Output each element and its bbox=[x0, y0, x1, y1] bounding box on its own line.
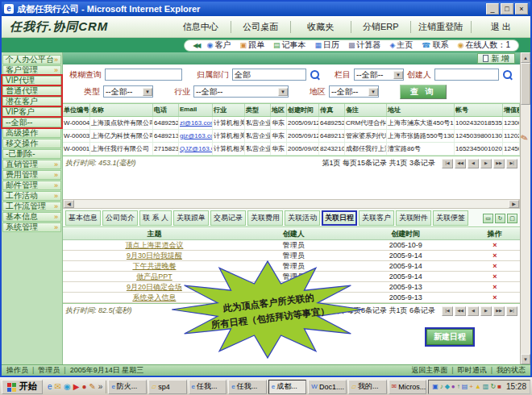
column-header[interactable]: 地址 bbox=[387, 104, 455, 116]
toolbar-item[interactable]: ◉ 客户 bbox=[207, 40, 231, 51]
pager-button[interactable]: ◀◀ bbox=[455, 306, 466, 316]
minimize-button[interactable]: _ bbox=[486, 3, 499, 15]
pager-button[interactable]: ▶| bbox=[506, 306, 517, 316]
network-icon[interactable]: ▤ bbox=[462, 384, 468, 390]
toolbar-item[interactable]: ▩ 计算器 bbox=[348, 40, 381, 51]
delete-icon[interactable]: × bbox=[470, 293, 520, 302]
email-link[interactable]: zl@163.com bbox=[179, 117, 213, 129]
schedule-link[interactable]: 做产品PPT bbox=[63, 272, 246, 281]
sidebar-item[interactable]: 移交操作 bbox=[2, 139, 61, 148]
add-new-button[interactable]: 新 增 bbox=[477, 53, 515, 64]
column-header[interactable]: Email bbox=[179, 104, 213, 116]
taskbar-task[interactable]: e 任我... bbox=[228, 380, 267, 394]
search-icon[interactable] bbox=[502, 69, 513, 80]
pager-button[interactable]: ◀ bbox=[468, 306, 479, 316]
sidebar-item[interactable]: --全部-- bbox=[2, 118, 61, 127]
creator-input[interactable] bbox=[434, 69, 499, 81]
schedule-link[interactable]: 9月20日确定会场 bbox=[63, 282, 246, 292]
nav-item[interactable]: 收藏夹 bbox=[291, 21, 351, 33]
maximize-button[interactable]: □ bbox=[501, 3, 513, 15]
scroll-down-icon[interactable]: ▼ bbox=[521, 354, 530, 364]
column-header[interactable]: 单位编号 bbox=[63, 104, 90, 116]
minimize-panel-icon[interactable]: ▭ bbox=[483, 214, 493, 223]
im-icon[interactable]: ● bbox=[451, 384, 455, 390]
column-select[interactable]: --全部-- ▼ bbox=[354, 69, 404, 81]
email-link[interactable]: gjz@163.com bbox=[179, 130, 213, 142]
nav-item[interactable]: 退 出 bbox=[472, 21, 531, 33]
delete-icon[interactable]: × bbox=[470, 261, 520, 271]
schedule-row[interactable]: 做产品PPT 管理员 2005-9-14 × bbox=[63, 272, 520, 282]
sidebar-item[interactable]: 邮件管理 » bbox=[2, 181, 61, 190]
taskbar-task[interactable]: ✉ Micros... bbox=[389, 380, 427, 394]
taskbar-task[interactable]: e 任我... bbox=[189, 380, 227, 394]
tab[interactable]: 交易记录 bbox=[210, 210, 246, 226]
scroll-left-icon[interactable]: ◀ bbox=[64, 200, 74, 208]
pager-button[interactable]: ◀ bbox=[468, 159, 479, 168]
tab[interactable]: 关联活动 bbox=[285, 210, 320, 226]
pager-button[interactable]: |◀ bbox=[442, 159, 453, 168]
scrollbar-thumb[interactable] bbox=[521, 63, 530, 105]
popup-panel-icon[interactable]: ▢ bbox=[507, 214, 517, 223]
volume-icon[interactable]: ♪ bbox=[440, 384, 443, 390]
nav-item[interactable]: 分销ERP bbox=[351, 21, 412, 33]
email-link[interactable]: QJZ@163.COM bbox=[179, 143, 213, 155]
sidebar-item[interactable]: VIP客户 bbox=[2, 107, 61, 117]
search-icon[interactable] bbox=[310, 69, 320, 80]
taskbar-task[interactable]: e 防火... bbox=[108, 380, 147, 394]
fuzzy-search-input[interactable] bbox=[105, 69, 182, 81]
column-header[interactable]: 传真 bbox=[319, 104, 345, 116]
column-header[interactable]: 备注 bbox=[345, 104, 387, 116]
column-header[interactable]: 创建时间 bbox=[287, 104, 319, 116]
schedule-row[interactable]: 下午共进晚餐 管理员 2005-9-14 × bbox=[63, 261, 520, 272]
taskbar-task[interactable]: W Doc1.... bbox=[308, 380, 347, 394]
schedule-row[interactable]: 9月30日给我提醒 管理员 2005-9-14 × bbox=[63, 251, 520, 261]
realplayer-icon[interactable]: ● bbox=[81, 382, 86, 391]
table-row[interactable]: W-00003 上海亿为科技有限公司 64892132 gjz@163.com … bbox=[63, 130, 520, 143]
warning-icon[interactable]: ▲ bbox=[475, 384, 481, 390]
sync-icon[interactable]: ↻ bbox=[490, 384, 496, 390]
column-header[interactable]: 电话 bbox=[153, 104, 179, 116]
sidebar-item[interactable]: 高级操作 bbox=[2, 128, 61, 138]
antivirus-icon[interactable]: + bbox=[469, 384, 473, 390]
column-header[interactable]: 地区 bbox=[271, 104, 287, 116]
update-icon[interactable]: ↑ bbox=[457, 384, 460, 390]
tab[interactable]: 关联附件 bbox=[396, 210, 431, 226]
sidebar-item[interactable]: 费用管理 » bbox=[2, 170, 61, 180]
sidebar-item[interactable]: 普通代理 bbox=[2, 86, 61, 96]
status-link[interactable]: 返回主界面 bbox=[411, 365, 457, 376]
tab[interactable]: 关联费用 bbox=[247, 210, 283, 226]
tab[interactable]: 关联客户 bbox=[359, 210, 394, 226]
toolbar-item[interactable]: ▦ 日历 bbox=[314, 40, 339, 51]
overflow-chevron-icon[interactable]: » bbox=[98, 382, 103, 391]
scroll-up-icon[interactable]: ▲ bbox=[521, 52, 530, 63]
ie-icon[interactable]: e bbox=[48, 382, 52, 391]
department-input[interactable] bbox=[232, 69, 306, 81]
pager-button[interactable]: ▶▶ bbox=[493, 159, 505, 168]
taskbar-task[interactable]: e 成都... bbox=[268, 380, 307, 394]
taskbar-task[interactable]: ▱ 我的... bbox=[348, 380, 387, 394]
tab[interactable]: 关联跟单 bbox=[173, 210, 209, 226]
taskbar-task[interactable]: ▱ sp4 bbox=[148, 380, 187, 394]
tab[interactable]: 关联便签 bbox=[433, 210, 468, 226]
pager-button[interactable]: ◀◀ bbox=[455, 159, 466, 168]
outlook-icon[interactable]: ✉ bbox=[55, 382, 61, 391]
pencil-tool-icon[interactable]: ✎ bbox=[89, 382, 95, 391]
nav-item[interactable]: 注销重登陆 bbox=[411, 21, 472, 33]
pager-button[interactable]: ▶| bbox=[506, 159, 517, 168]
delete-icon[interactable]: × bbox=[470, 272, 520, 281]
column-header[interactable]: 行业 bbox=[213, 104, 245, 116]
sidebar-item[interactable]: 潜在客户 bbox=[2, 97, 61, 106]
title-bar[interactable]: e 成都任我行公司 - Microsoft Internet Explorer … bbox=[2, 2, 530, 16]
msn-icon[interactable]: ◉ bbox=[64, 382, 71, 391]
sidebar-item[interactable]: 基本信息 » bbox=[2, 212, 61, 222]
close-button[interactable]: × bbox=[515, 3, 528, 15]
schedule-link[interactable]: 下午共进晚餐 bbox=[63, 261, 246, 271]
column-header[interactable]: 增值税号 bbox=[503, 104, 520, 116]
table-row[interactable]: W-00004 上海顶点软件有限公司 64892525 zl@163.com 计… bbox=[63, 117, 520, 130]
schedule-row[interactable]: 9月20日确定会场 管理员 2005-9-13 × bbox=[63, 282, 520, 293]
messenger-icon[interactable]: ◆ bbox=[445, 384, 450, 390]
industry-select[interactable]: --全部-- ▼ bbox=[193, 85, 289, 98]
rewind-icon[interactable]: ◀◀ bbox=[193, 42, 199, 49]
start-button[interactable]: 开始 bbox=[2, 380, 43, 394]
tab[interactable]: 关联日程 bbox=[322, 210, 357, 226]
